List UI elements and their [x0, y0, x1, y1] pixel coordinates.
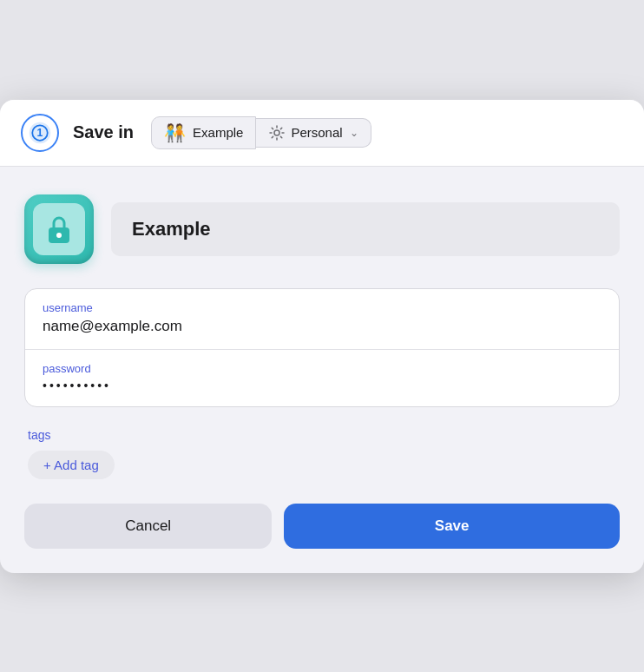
- tags-section: tags + Add tag: [24, 428, 620, 479]
- lock-icon: [45, 214, 73, 245]
- actions: Cancel Save: [24, 504, 620, 549]
- username-value: name@example.com: [43, 318, 601, 335]
- vault-example-emoji: 🧑‍🤝‍🧑: [164, 122, 186, 143]
- dialog: 1 Save in 🧑‍🤝‍🧑 Example Personal ⌄: [0, 100, 644, 573]
- vault-selector[interactable]: 🧑‍🤝‍🧑 Example Personal ⌄: [151, 116, 371, 149]
- svg-point-5: [56, 233, 62, 238]
- vault-personal-dropdown[interactable]: Personal ⌄: [256, 118, 371, 148]
- body: Example username name@example.com passwo…: [0, 167, 644, 573]
- gear-icon: [268, 124, 286, 142]
- username-field[interactable]: username name@example.com: [25, 289, 619, 349]
- svg-point-3: [274, 130, 279, 135]
- app-icon: [24, 194, 94, 264]
- app-name: Example: [111, 202, 620, 256]
- header: 1 Save in 🧑‍🤝‍🧑 Example Personal ⌄: [0, 100, 644, 167]
- credentials-card: username name@example.com password •••••…: [24, 288, 620, 407]
- chevron-down-icon: ⌄: [350, 127, 358, 139]
- vault-example-label: Example: [193, 125, 243, 140]
- password-value: ••••••••••: [43, 379, 601, 392]
- save-in-label: Save in: [73, 122, 134, 142]
- app-logo: 1: [21, 114, 59, 152]
- save-button[interactable]: Save: [284, 504, 620, 549]
- vault-example: 🧑‍🤝‍🧑 Example: [151, 116, 256, 149]
- app-icon-inner: [33, 203, 85, 255]
- tags-label: tags: [28, 428, 616, 442]
- password-field[interactable]: password ••••••••••: [25, 349, 619, 406]
- username-label: username: [43, 301, 601, 314]
- password-label: password: [43, 362, 601, 375]
- add-tag-button[interactable]: + Add tag: [28, 451, 115, 479]
- app-row: Example: [24, 194, 620, 264]
- svg-text:1: 1: [37, 127, 43, 139]
- cancel-button[interactable]: Cancel: [24, 504, 272, 549]
- vault-personal-label: Personal: [291, 125, 342, 140]
